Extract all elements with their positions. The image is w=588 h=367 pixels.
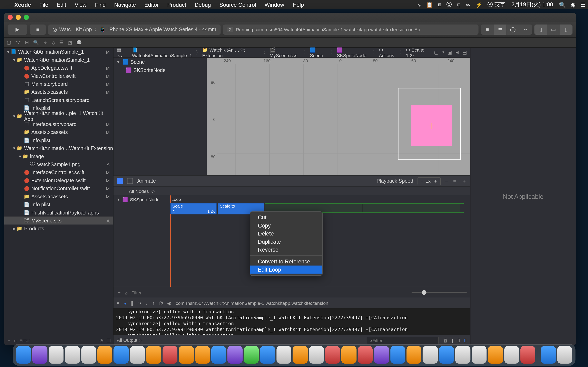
siri-icon[interactable]: ◉ <box>568 1 578 8</box>
calendar-icon[interactable]: ▤ <box>462 50 467 55</box>
dock-maps[interactable] <box>211 346 226 364</box>
dock-app5[interactable] <box>472 346 486 364</box>
zoom-in-button[interactable]: ＋ <box>462 177 467 184</box>
tree-appdelegate[interactable]: ⬤AppDelegate.swiftM <box>4 64 113 72</box>
crumb-file[interactable]: 🎬 MyScene.sks <box>270 47 302 58</box>
dock-facetime[interactable] <box>260 346 275 364</box>
animate-button[interactable]: Animate <box>137 178 156 184</box>
docker-icon[interactable]: ⎈ <box>415 1 424 8</box>
menu-app[interactable]: Xcode <box>10 1 35 8</box>
toggle-inspector-button[interactable]: ▯ <box>560 25 572 35</box>
breakpoints-icon[interactable]: ⬥ <box>124 301 127 306</box>
clipboard-icon[interactable]: 📋 <box>424 1 435 8</box>
dock-terminal[interactable] <box>277 346 291 364</box>
tree-group2[interactable]: ▼📁WatchKitAnimatio…ple_1 WatchKit App <box>4 112 113 120</box>
grid-icon[interactable]: ⊞ <box>455 50 459 55</box>
dock-cal2[interactable] <box>163 346 177 364</box>
add-action-button[interactable]: ＋ <box>117 289 121 296</box>
dock-calendar[interactable] <box>146 346 161 364</box>
standard-editor-button[interactable]: ≡ <box>481 25 494 35</box>
timeline-filter-input[interactable] <box>131 290 182 295</box>
ctx-cut[interactable]: Cut <box>250 213 322 221</box>
dock-firefox[interactable] <box>97 346 112 364</box>
dock-contacts[interactable] <box>130 346 145 364</box>
menu-find[interactable]: Find <box>91 1 110 8</box>
console-output[interactable]: synchronize] called within transaction 2… <box>113 308 470 335</box>
tree-assets3[interactable]: 📁Assets.xcassetsM <box>4 192 113 200</box>
menu-sourcecontrol[interactable]: Source Control <box>215 1 260 8</box>
tree-image-folder[interactable]: ▼📁image <box>4 152 113 160</box>
notification-center-icon[interactable]: ☰ <box>578 1 588 8</box>
dock-app2[interactable] <box>325 346 340 364</box>
tree-group3[interactable]: ▼📁WatchKitAnimatio…WatchKit Extension <box>4 144 113 152</box>
step-over-icon[interactable]: ↷ <box>138 300 141 306</box>
help-icon[interactable]: ? <box>442 50 444 55</box>
crumb-project[interactable]: 📘 WatchKitAnimationSample_1 <box>132 47 194 58</box>
timeline-row-sprite[interactable]: ▼🟪 SKSpriteNode <box>113 195 170 204</box>
project-nav-icon[interactable]: ▢ <box>7 40 11 45</box>
nav-buttons[interactable]: ▦ ‹ › <box>117 47 127 58</box>
ctx-copy[interactable]: Copy <box>250 222 322 230</box>
assistant-editor-button[interactable]: ≣ <box>494 25 506 35</box>
input-source[interactable]: Ⓐ 英字 <box>485 1 508 8</box>
dock-app1[interactable] <box>309 346 324 364</box>
tree-notificationcontroller[interactable]: ⬤NotificationController.swiftM <box>4 184 113 192</box>
tree-group1[interactable]: ▼📁WatchKitAnimationSample_1 <box>4 56 113 64</box>
tree-myscene[interactable]: 🎬MyScene.sksA <box>4 217 113 225</box>
dock-preferences[interactable] <box>423 346 438 364</box>
tree-products[interactable]: ▶📁Products <box>4 225 113 233</box>
dock-books[interactable] <box>293 346 307 364</box>
add-icon[interactable]: ＋ <box>7 337 11 343</box>
tree-extensiondelegate[interactable]: ⬤ExtensionDelegate.swiftM <box>4 176 113 184</box>
crumb-node[interactable]: 🟪 SKSpriteNode <box>337 47 371 58</box>
dock-chrome[interactable] <box>81 346 96 364</box>
close-button[interactable] <box>8 15 13 20</box>
dock-photos[interactable] <box>228 346 242 364</box>
tree-assets2[interactable]: 📁Assets.xcassetsM <box>4 128 113 136</box>
menu-help[interactable]: Help <box>288 1 308 8</box>
tree-info3[interactable]: 📄Info.plist <box>4 200 113 208</box>
dock-downloads[interactable] <box>541 346 556 364</box>
console-filter-input[interactable] <box>372 338 436 343</box>
crumb-folder[interactable]: 📁 WatchKitAni…Kit Extension <box>202 47 261 58</box>
ctx-edit-loop[interactable]: Edit Loop <box>250 266 322 273</box>
action-scale[interactable]: Scale ↻ 1.2x <box>170 203 217 215</box>
dock-app8[interactable] <box>520 346 535 364</box>
menu-product[interactable]: Product <box>163 1 190 8</box>
minimize-button[interactable] <box>16 15 21 20</box>
outline-sprite[interactable]: 🟪 SKSpriteNode <box>113 66 207 74</box>
hide-debug-icon[interactable]: ▾ <box>117 300 119 306</box>
dock-app3[interactable] <box>341 346 356 364</box>
ctx-convert[interactable]: Convert to Reference <box>250 258 322 266</box>
tree-main-storyboard[interactable]: ⬚Main.storyboardM <box>4 80 113 88</box>
dock-finder[interactable] <box>16 346 31 364</box>
stop-button[interactable]: ■ <box>30 25 46 35</box>
dock-messages[interactable] <box>244 346 259 364</box>
doc-icon[interactable]: ▢ <box>434 50 438 55</box>
menu-view[interactable]: View <box>70 1 91 8</box>
dropbox-icon[interactable]: ⧈ <box>435 1 444 8</box>
battery-icon[interactable]: ⚡ <box>473 1 485 8</box>
dock-app7[interactable] <box>504 346 519 364</box>
ctx-delete[interactable]: Delete <box>250 230 322 238</box>
ctx-duplicate[interactable]: Duplicate <box>250 238 322 246</box>
scene-canvas[interactable]: -240-160-80080160240 800-80 <box>207 58 470 175</box>
tree-interface-storyboard[interactable]: ⬚Interface.storyboardM <box>4 120 113 128</box>
zoom-out-button[interactable]: − <box>445 178 448 184</box>
step-in-icon[interactable]: ↓ <box>146 301 148 306</box>
menu-file[interactable]: File <box>35 1 52 8</box>
test-nav-icon[interactable]: ◇ <box>52 40 55 45</box>
issue-nav-icon[interactable]: ⚠ <box>43 40 48 45</box>
tree-info2[interactable]: 📄Info.plist <box>4 136 113 144</box>
report-nav-icon[interactable]: 💬 <box>76 40 82 45</box>
output-selector[interactable]: All Output ◇ <box>117 337 142 343</box>
dock-safari[interactable] <box>65 346 80 364</box>
tree-apns[interactable]: 📄PushNotificationPayload.apns <box>4 208 113 216</box>
layout-mode-1[interactable] <box>117 178 123 184</box>
recent-icon[interactable]: ◷ <box>99 337 104 343</box>
dock-xcode[interactable] <box>439 346 454 364</box>
layout-mode-2[interactable] <box>127 178 133 184</box>
zoom-button[interactable] <box>24 15 29 20</box>
timeline-zoom-slider[interactable] <box>412 292 467 293</box>
find-nav-icon[interactable]: 🔍 <box>33 40 39 45</box>
